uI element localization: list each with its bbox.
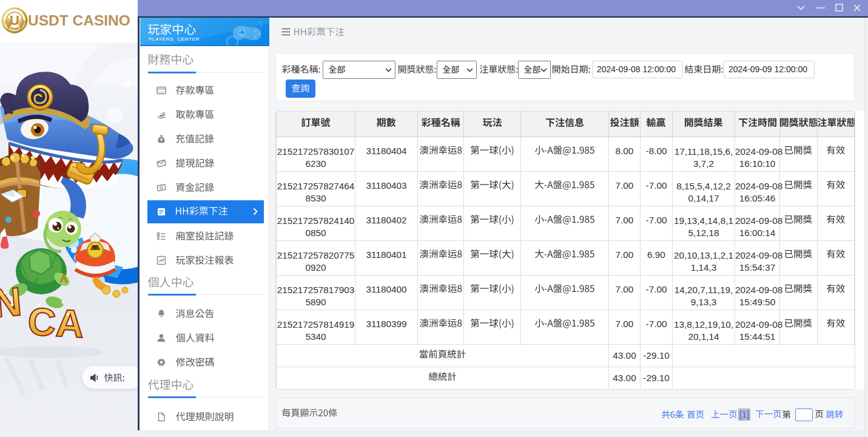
svg-text:CASINO: CASINO (7, 27, 22, 31)
svg-text:CA: CA (27, 299, 85, 346)
svg-text:U: U (10, 13, 19, 28)
svg-text:N: N (0, 279, 24, 326)
